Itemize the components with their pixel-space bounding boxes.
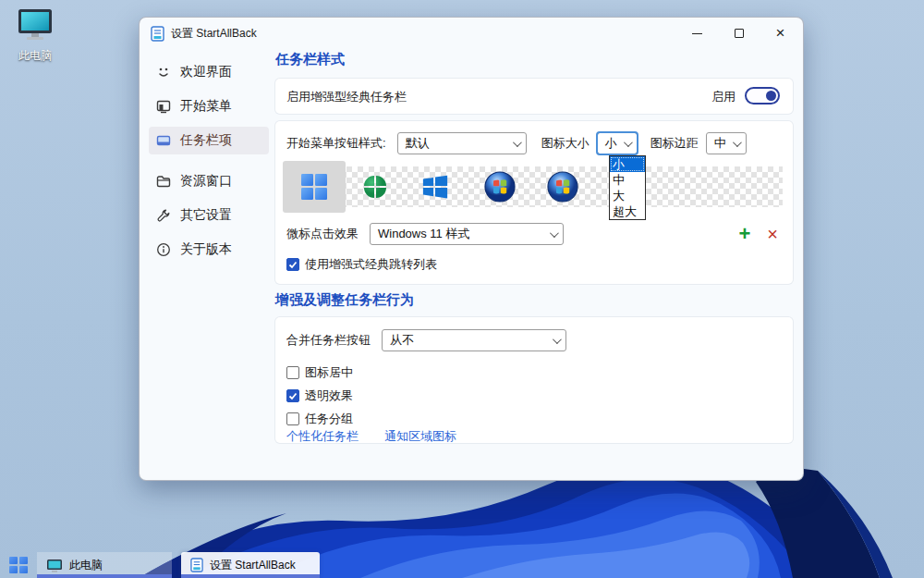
checkbox-checked-icon [286,389,299,402]
task-underline [181,574,320,578]
start-button-style-select[interactable]: 默认 [397,132,527,154]
remove-effect-button[interactable]: × [767,225,778,243]
maximize-button[interactable] [718,18,760,49]
sidebar-item-label: 开始菜单 [180,98,232,115]
dropdown-option-small[interactable]: 小 [610,156,645,172]
this-pc-icon [15,7,55,43]
select-value: 从不 [390,332,414,349]
personalize-taskbar-link[interactable]: 个性化任务栏 [286,428,359,445]
toggle-label: 启用 [711,89,736,105]
sidebar-item-other-settings[interactable]: 其它设置 [149,202,269,229]
enable-card: 启用增强型经典任务栏 启用 [275,79,793,114]
app-icon [151,26,164,42]
section-header-behavior: 增强及调整任务栏行为 [275,291,414,309]
click-effect-select[interactable]: Windows 11 样式 [370,223,564,245]
checkbox-label: 透明效果 [305,387,353,404]
sidebar-item-label: 关于版本 [180,241,232,258]
add-effect-button[interactable]: + [738,225,750,243]
combine-buttons-label: 合并任务栏按钮 [286,332,371,349]
task-label: 设置 StartAllBack [210,558,296,573]
dropdown-option-large[interactable]: 大 [610,188,645,203]
taskbar-task-startallback[interactable]: 设置 StartAllBack [181,552,320,578]
sidebar-item-explorer[interactable]: 资源窗口 [149,167,269,195]
click-effect-label: 微标点击效果 [286,226,359,242]
start-menu-icon [156,99,171,114]
minimize-icon [692,33,702,34]
close-icon: × [776,24,785,43]
close-button[interactable]: × [760,18,801,49]
chevron-down-icon [624,138,633,147]
this-pc-task-icon [46,559,63,572]
select-value: 小 [605,135,617,152]
toggle-knob [766,91,776,101]
combine-buttons-select[interactable]: 从不 [382,329,566,351]
dropdown-option-medium[interactable]: 中 [610,172,645,188]
center-icons-checkbox[interactable]: 图标居中 [286,364,353,381]
enable-label: 启用增强型经典任务栏 [286,89,407,105]
sidebar-item-taskbar[interactable]: 任务栏项 [149,127,269,154]
task-grouping-checkbox[interactable]: 任务分组 [286,411,353,427]
notification-area-icons-link[interactable]: 通知区域图标 [384,428,456,445]
checkbox-unchecked-icon [286,366,299,379]
transparency-checkbox[interactable]: 透明效果 [286,387,353,404]
icon-margin-label: 图标边距 [650,135,699,152]
task-label: 此电脑 [69,558,103,573]
checkbox-label: 使用增强式经典跳转列表 [305,256,437,273]
startallback-settings-window: 设置 StartAllBack × 欢迎界面 开始菜单 [139,17,804,481]
icon-margin-select[interactable]: 中 [706,132,747,154]
section-header-taskbar-style: 任务栏样式 [275,51,345,68]
windows-vista-orb[interactable] [547,171,578,203]
checkbox-checked-icon [286,258,299,271]
desktop: 此电脑 设置 StartAllBack × 欢迎界面 [0,0,924,578]
sidebar-item-start-menu[interactable]: 开始菜单 [149,92,269,120]
sidebar-item-label: 任务栏项 [180,132,232,149]
icon-size-label: 图标大小 [541,135,590,152]
checkbox-unchecked-icon [286,412,299,425]
icon-size-dropdown-list: 小 中 大 超大 [609,155,646,220]
task-underline [37,574,172,578]
sidebar-item-label: 其它设置 [180,207,232,224]
start-button-style-label: 开始菜单按钮样式: [286,135,386,152]
maximize-icon [735,29,744,38]
select-value: Windows 11 样式 [378,226,469,242]
chevron-down-icon [733,138,742,147]
desktop-icon-this-pc[interactable]: 此电脑 [7,7,63,64]
icon-size-select[interactable]: 小 [597,132,638,154]
sidebar-item-label: 欢迎界面 [180,64,232,80]
green-clover-orb[interactable] [361,173,389,201]
taskbar-task-this-pc[interactable]: 此电脑 [37,552,172,578]
wrench-icon [156,208,171,223]
select-value: 默认 [406,135,430,152]
checkbox-label: 任务分组 [305,411,353,427]
behavior-card: 合并任务栏按钮 从不 图标居中 透明效果 任务分组 个性化任务栏 通知区域图标 [275,317,793,443]
startallback-task-icon [190,558,203,572]
taskbar: 此电脑 设置 StartAllBack [0,552,924,578]
titlebar[interactable]: 设置 StartAllBack × [140,18,803,49]
select-value: 中 [714,135,726,152]
desktop-icon-label: 此电脑 [7,48,63,64]
start-button-preview-strip [286,166,783,207]
enable-toggle[interactable] [745,87,780,105]
sidebar-item-about[interactable]: 关于版本 [149,236,269,264]
window-title: 设置 StartAllBack [171,26,257,42]
jumplist-checkbox[interactable]: 使用增强式经典跳转列表 [286,256,437,273]
taskbar-icon [156,133,171,148]
checkbox-label: 图标居中 [305,364,353,381]
minimize-button[interactable] [676,18,718,49]
folder-icon [156,174,171,189]
sidebar-item-welcome[interactable]: 欢迎界面 [149,58,269,86]
windows-10-logo[interactable] [421,173,449,201]
start-button[interactable] [7,556,30,574]
chevron-down-icon [553,335,562,344]
sidebar-item-label: 资源窗口 [180,173,232,190]
chevron-down-icon [550,228,559,238]
windows-7-orb[interactable] [484,171,516,203]
smiley-icon [156,65,171,80]
info-icon [156,242,171,257]
dropdown-option-xlarge[interactable]: 超大 [610,203,645,219]
windows-11-logo[interactable] [300,173,328,201]
style-card: 开始菜单按钮样式: 默认 图标大小 小 图标边距 中 小 [275,121,793,284]
chevron-down-icon [513,138,522,147]
